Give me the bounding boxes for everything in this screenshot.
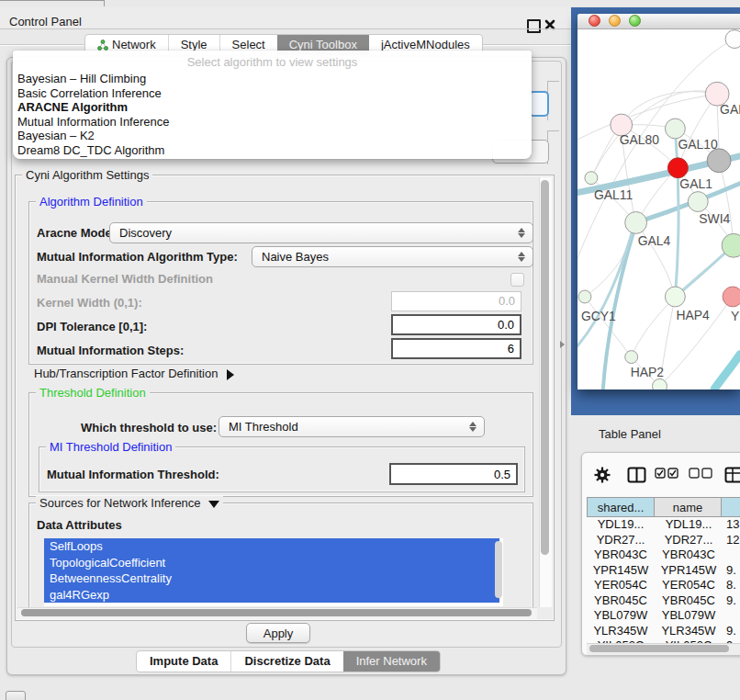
dpi-tolerance-label: DPI Tolerance [0,1]: — [37, 316, 147, 337]
network-node[interactable] — [625, 211, 647, 233]
table-cell: YBR043C — [655, 548, 723, 563]
settings-hscrollbar-thumb[interactable] — [21, 609, 532, 616]
table-cell: YBL079W — [655, 608, 723, 624]
network-node-label: Y — [731, 309, 739, 323]
network-node[interactable] — [625, 351, 638, 364]
mac-zoom-icon[interactable] — [629, 15, 641, 27]
algorithm-popup-item[interactable]: Bayesian – Hill Climbing — [13, 72, 532, 86]
which-threshold-value: MI Threshold — [229, 420, 298, 434]
deselect-all-icon[interactable] — [689, 467, 714, 480]
table-row[interactable]: YBR043CYBR043C — [587, 548, 740, 563]
network-node[interactable] — [653, 378, 667, 390]
network-node[interactable] — [667, 158, 688, 178]
table-body: YDL19...YDL19...13YDR27...YDR27...12YBR0… — [587, 517, 740, 654]
sources-group: Sources for Network Inference Data Attri… — [28, 502, 533, 615]
table-cell: 9. — [723, 624, 740, 639]
apply-button[interactable]: Apply — [246, 623, 310, 643]
float-window-icon[interactable] — [527, 19, 541, 33]
table-header-row: shared...name — [587, 497, 740, 517]
hidden-focused-combo-edge — [529, 91, 549, 117]
table-row[interactable]: YER054CYER054C8. — [587, 578, 740, 593]
algorithm-popup-item[interactable]: Basic Correlation Inference — [13, 86, 532, 101]
aracne-mode-select[interactable]: Discovery — [109, 222, 533, 243]
kernel-width-label: Kernel Width (0,1): — [37, 293, 142, 313]
tab-impute-data[interactable]: Impute Data — [137, 651, 230, 672]
which-threshold-select[interactable]: MI Threshold — [219, 416, 485, 437]
network-node[interactable] — [707, 149, 731, 173]
list-scrollbar-thumb[interactable] — [495, 541, 502, 598]
control-panel-title: Control Panel — [9, 15, 82, 29]
minimized-panel-icon[interactable] — [6, 691, 26, 700]
algorithm-definition-group: Algorithm Definition Aracne Mode: Discov… — [28, 201, 533, 365]
table-row[interactable]: YBR045CYBR045C9. — [587, 593, 740, 609]
network-edge — [632, 297, 676, 357]
gear-icon[interactable] — [594, 467, 611, 483]
mi-threshold-field[interactable]: 0.5 — [389, 463, 518, 485]
network-node-label: HAP2 — [631, 365, 665, 379]
table-header-name[interactable]: name — [654, 497, 722, 517]
network-node[interactable] — [665, 287, 685, 307]
stepper-up-icon — [518, 228, 525, 232]
table-row[interactable]: YDL19...YDL19...13 — [587, 517, 740, 533]
table-header-shared[interactable]: shared... — [587, 497, 655, 517]
table-cell: YBR043C — [587, 548, 655, 563]
hub-definition-toggle[interactable]: Hub/Transcription Factor Definition — [34, 367, 234, 380]
tab-groove — [0, 44, 84, 46]
network-window[interactable]: GALGAL80GAL10GAL1GAL11SWI4GAL4GCY1HAP4YH… — [577, 14, 740, 390]
table-header-col2[interactable] — [721, 497, 740, 517]
network-node[interactable] — [688, 192, 708, 212]
select-all-checks-icon[interactable] — [655, 467, 680, 480]
table-hscrollbar-thumb[interactable] — [589, 645, 729, 652]
network-node[interactable] — [665, 119, 685, 139]
manual-kernel-checkbox[interactable] — [510, 273, 524, 287]
algorithm-popup: Select algorithm to view settingsBayesia… — [13, 51, 532, 159]
mi-steps-field[interactable]: 6 — [391, 338, 521, 359]
algorithm-popup-item[interactable]: Mutual Information Inference — [13, 115, 532, 130]
tab-groove — [481, 44, 571, 46]
top-hairline — [0, 0, 104, 1]
settings-vscrollbar-thumb[interactable] — [541, 180, 549, 555]
tab-infer-network[interactable]: Infer Network — [343, 651, 440, 672]
control-panel-titlebar: Control Panel — [0, 7, 571, 29]
data-attributes-list[interactable]: SelfLoopsTopologicalCoefficientBetweenne… — [44, 538, 503, 606]
hub-definition-label: Hub/Transcription Factor Definition — [34, 367, 218, 380]
titlebar-separator — [0, 28, 571, 29]
table-row[interactable]: YBL079WYBL079W — [587, 608, 740, 624]
table-row[interactable]: YDR27...YDR27...12 — [587, 533, 740, 548]
network-node[interactable] — [725, 30, 740, 49]
table-cell: YLR345W — [655, 624, 723, 639]
mac-minimize-icon[interactable] — [609, 15, 621, 27]
sources-title[interactable]: Sources for Network Inference — [36, 496, 223, 510]
mi-type-select[interactable]: Naive Bayes — [252, 246, 533, 267]
network-node[interactable] — [585, 172, 598, 185]
mi-threshold-title: MI Threshold Definition — [46, 440, 175, 454]
algorithm-popup-item[interactable]: ARACNE Algorithm — [13, 100, 532, 115]
network-edge — [585, 222, 636, 297]
mi-type-value: Naive Bayes — [262, 250, 329, 264]
tab-discretize-data[interactable]: Discretize Data — [230, 651, 342, 672]
new-table-icon[interactable] — [724, 467, 740, 483]
table-cell: YBR045C — [587, 593, 655, 609]
network-node[interactable] — [723, 287, 740, 307]
data-attribute-item[interactable]: gal4RGexp — [44, 587, 499, 604]
table-row[interactable]: YLR345WYLR345W9. — [587, 624, 740, 639]
dpi-tolerance-field[interactable]: 0.0 — [391, 314, 521, 335]
splitter-arrow-icon[interactable] — [560, 341, 565, 348]
table-cell: YBR045C — [655, 593, 723, 609]
table-cell: 9. — [723, 563, 740, 579]
data-attribute-item[interactable]: TopologicalCoefficient — [44, 555, 499, 571]
data-attribute-item[interactable]: BetweennessCentrality — [44, 570, 499, 587]
network-edge — [714, 355, 740, 390]
aracne-mode-label: Aracne Mode: — [37, 222, 116, 243]
kernel-width-field[interactable]: 0.0 — [391, 291, 521, 311]
network-canvas[interactable]: GALGAL80GAL10GAL1GAL11SWI4GAL4GCY1HAP4YH… — [577, 29, 740, 390]
network-window-titlebar[interactable] — [577, 14, 740, 29]
algorithm-popup-item[interactable]: Dream8 DC_TDC Algorithm — [13, 143, 532, 158]
network-node[interactable] — [578, 290, 591, 303]
table-row[interactable]: YPR145WYPR145W9. — [587, 563, 740, 579]
table-cell — [723, 608, 740, 624]
data-attribute-item[interactable]: SelfLoops — [44, 538, 499, 555]
mac-close-icon[interactable] — [589, 15, 600, 27]
algorithm-popup-item[interactable]: Bayesian – K2 — [13, 129, 532, 143]
columns-icon[interactable] — [627, 467, 646, 483]
